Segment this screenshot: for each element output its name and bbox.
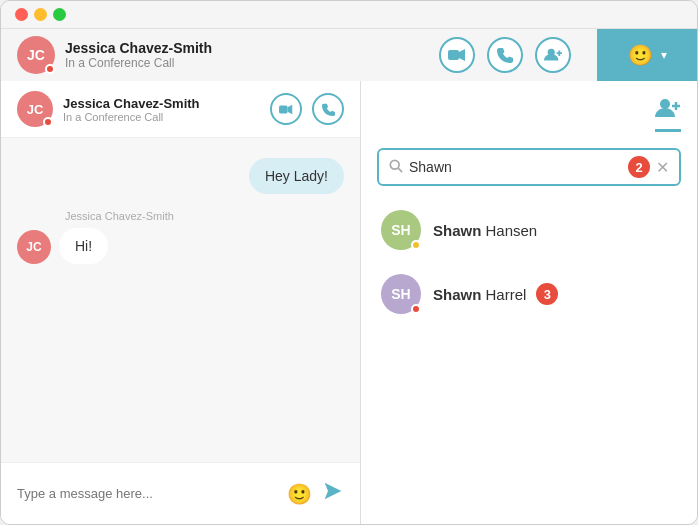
result-item-2[interactable]: SH Shawn Harrel 3 [377, 266, 681, 322]
contact-status: In a Conference Call [65, 56, 212, 70]
message-text-1: Hey Lady! [265, 168, 328, 184]
contact-name: Jessica Chavez-Smith [65, 40, 212, 56]
message-input[interactable] [17, 486, 277, 501]
received-avatar-initials: JC [26, 240, 41, 254]
chat-status-dot [43, 117, 53, 127]
add-participant-icon [655, 97, 681, 132]
svg-point-11 [390, 160, 399, 169]
chat-contact-name: Jessica Chavez-Smith [63, 96, 200, 111]
result-avatar-2: SH [381, 274, 421, 314]
video-call-button[interactable] [439, 37, 475, 73]
minimize-button[interactable] [34, 8, 47, 21]
message-sender: Jessica Chavez-Smith [65, 210, 174, 222]
message-row-received: JC Hi! [17, 228, 344, 264]
result-name-2: Shawn Harrel [433, 286, 526, 303]
search-box: 2 ✕ [377, 148, 681, 186]
svg-marker-7 [325, 483, 342, 500]
result-avatar-1: SH [381, 210, 421, 250]
chat-video-button[interactable] [270, 93, 302, 125]
send-button[interactable] [322, 481, 344, 506]
chat-avatar-initials: JC [27, 102, 44, 117]
add-participant-panel: 2 ✕ SH Shawn Hansen [361, 81, 697, 524]
clear-search-button[interactable]: ✕ [656, 158, 669, 177]
svg-marker-6 [288, 104, 293, 113]
close-button[interactable] [15, 8, 28, 21]
app-window: JC Jessica Chavez-Smith In a Conference … [0, 0, 698, 525]
chat-header-info: Jessica Chavez-Smith In a Conference Cal… [63, 96, 200, 123]
title-bar: JC Jessica Chavez-Smith In a Conference … [1, 29, 697, 81]
maximize-button[interactable] [53, 8, 66, 21]
result-name-1: Shawn Hansen [433, 222, 537, 239]
chat-messages: Hey Lady! Jessica Chavez-Smith JC Hi! [1, 138, 360, 462]
dropdown-arrow[interactable]: ▾ [661, 48, 667, 62]
svg-point-8 [660, 99, 670, 109]
message-sent: Hey Lady! [17, 158, 344, 194]
result-badge-2: 3 [536, 283, 558, 305]
emoji-picker-button[interactable]: 🙂 [287, 482, 312, 506]
avatar: JC [17, 36, 55, 74]
svg-marker-1 [459, 49, 465, 61]
traffic-lights [11, 1, 66, 29]
message-received-group: Jessica Chavez-Smith JC Hi! [17, 210, 344, 264]
emoji-toolbar: 🙂 ▾ [597, 29, 697, 81]
svg-rect-5 [279, 105, 288, 113]
title-info: Jessica Chavez-Smith In a Conference Cal… [65, 40, 212, 70]
chat-avatar: JC [17, 91, 53, 127]
message-bubble-sent: Hey Lady! [249, 158, 344, 194]
svg-line-12 [398, 168, 402, 172]
emoji-icon[interactable]: 🙂 [628, 43, 653, 67]
chat-header-buttons [270, 93, 344, 125]
result-info-1: Shawn Hansen [433, 222, 537, 239]
chat-phone-button[interactable] [312, 93, 344, 125]
search-badge: 2 [628, 156, 650, 178]
window-chrome [1, 1, 697, 29]
search-icon [389, 159, 403, 176]
result-status-1 [411, 240, 421, 250]
add-person-header [377, 97, 681, 132]
result-info-2: Shawn Harrel 3 [433, 283, 558, 305]
chat-panel: JC Jessica Chavez-Smith In a Conference … [1, 81, 361, 524]
svg-rect-0 [448, 50, 459, 60]
chat-header-left: JC Jessica Chavez-Smith In a Conference … [17, 91, 200, 127]
message-text-2: Hi! [75, 238, 92, 254]
chat-input-area: 🙂 [1, 462, 360, 524]
received-avatar: JC [17, 230, 51, 264]
add-person-button[interactable] [535, 37, 571, 73]
search-results: SH Shawn Hansen SH [377, 202, 681, 322]
result-status-2 [411, 304, 421, 314]
avatar-initials: JC [27, 47, 45, 63]
message-bubble-received: Hi! [59, 228, 108, 264]
phone-call-button[interactable] [487, 37, 523, 73]
chat-contact-status: In a Conference Call [63, 111, 200, 123]
status-dot-red [45, 64, 55, 74]
search-input[interactable] [409, 159, 622, 175]
chat-header: JC Jessica Chavez-Smith In a Conference … [1, 81, 360, 138]
result-item-1[interactable]: SH Shawn Hansen [377, 202, 681, 258]
